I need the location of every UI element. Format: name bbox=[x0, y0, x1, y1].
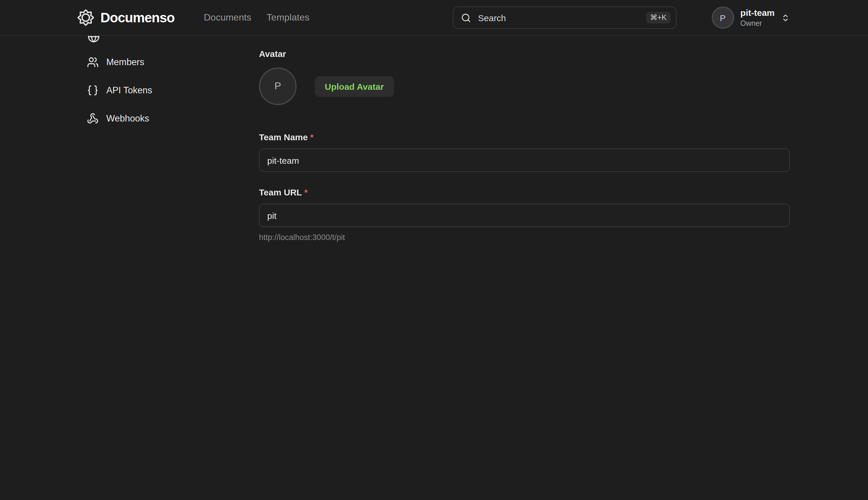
team-settings-form: Avatar P Upload Avatar Team Name* Team U… bbox=[259, 36, 790, 250]
sidebar-item-webhooks[interactable]: Webhooks bbox=[87, 110, 245, 127]
nav-item-templates[interactable]: Templates bbox=[267, 12, 310, 23]
required-asterisk: * bbox=[304, 187, 308, 197]
settings-sidebar: Members API Tokens Webhooks bbox=[87, 36, 245, 138]
documenso-seal-icon bbox=[77, 9, 94, 26]
user-team-name: pit-team bbox=[740, 8, 775, 18]
sidebar-item-label: API Tokens bbox=[106, 85, 152, 96]
sidebar-item-members[interactable]: Members bbox=[87, 54, 245, 71]
avatar-label: Avatar bbox=[259, 49, 790, 59]
top-navbar: Documenso Documents Templates ⌘+K P pit-… bbox=[0, 0, 868, 36]
sidebar-item-partial[interactable] bbox=[88, 36, 245, 43]
globe-icon bbox=[88, 36, 245, 43]
sidebar-item-label: Members bbox=[106, 57, 144, 68]
search-input[interactable] bbox=[477, 12, 640, 23]
team-name-input[interactable] bbox=[259, 148, 790, 172]
brand-name: Documenso bbox=[100, 10, 175, 25]
team-url-input[interactable] bbox=[259, 204, 790, 227]
search-shortcut-badge: ⌘+K bbox=[646, 12, 671, 24]
required-asterisk: * bbox=[310, 132, 314, 142]
user-role: Owner bbox=[740, 19, 775, 27]
upload-avatar-button[interactable]: Upload Avatar bbox=[315, 76, 394, 96]
search-bar[interactable]: ⌘+K bbox=[453, 7, 677, 29]
user-menu[interactable]: P pit-team Owner bbox=[712, 7, 790, 29]
nav-item-documents[interactable]: Documents bbox=[204, 12, 251, 23]
search-icon bbox=[461, 13, 471, 23]
team-url-label: Team URL* bbox=[259, 187, 790, 197]
webhook-icon bbox=[87, 113, 99, 124]
sidebar-item-label: Webhooks bbox=[106, 113, 149, 124]
settings-page: Members API Tokens Webhooks Avatar P Upl… bbox=[77, 36, 791, 250]
sidebar-item-api-tokens[interactable]: API Tokens bbox=[87, 82, 245, 99]
documenso-logo[interactable]: Documenso bbox=[77, 9, 175, 26]
team-avatar: P bbox=[259, 68, 297, 105]
team-name-label: Team Name* bbox=[259, 132, 790, 142]
user-avatar: P bbox=[712, 7, 734, 29]
team-url-preview: http://localhost:3000/t/pit bbox=[259, 233, 790, 242]
braces-icon bbox=[87, 84, 99, 96]
app-window: Documenso Documents Templates ⌘+K P pit-… bbox=[0, 0, 868, 250]
chevrons-up-down-icon bbox=[781, 13, 790, 22]
users-icon bbox=[87, 56, 99, 68]
main-nav: Documents Templates bbox=[204, 12, 310, 23]
